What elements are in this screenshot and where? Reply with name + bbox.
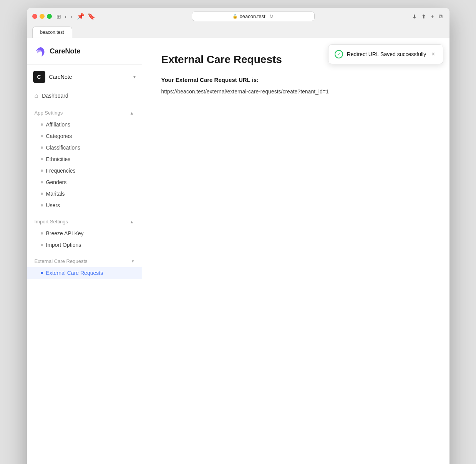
external-care-items: External Care Requests bbox=[27, 267, 142, 279]
sidebar-item-classifications[interactable]: Classifications bbox=[27, 142, 142, 153]
bullet-icon bbox=[41, 146, 43, 149]
breeze-api-label: Breeze API Key bbox=[46, 230, 84, 236]
maritals-label: Maritals bbox=[46, 191, 65, 197]
fullscreen-button[interactable] bbox=[47, 14, 52, 19]
share-button[interactable]: ⬆ bbox=[420, 13, 428, 20]
nav-buttons: ⊞ ‹ › bbox=[55, 13, 74, 20]
tab-label: beacon.test bbox=[40, 30, 64, 35]
org-chevron-icon: ▾ bbox=[133, 74, 136, 80]
close-button[interactable] bbox=[32, 14, 37, 19]
external-care-chevron-icon: ▾ bbox=[132, 259, 134, 264]
frequencies-label: Frequencies bbox=[46, 168, 76, 174]
browser-actions: ⬇ ⬆ + ⧉ bbox=[411, 12, 444, 20]
import-settings-items: Breeze API Key Import Options bbox=[27, 228, 142, 251]
sidebar-item-breeze-api[interactable]: Breeze API Key bbox=[27, 228, 142, 239]
bullet-icon bbox=[41, 232, 43, 234]
affiliations-label: Affiliations bbox=[46, 121, 71, 128]
download-button[interactable]: ⬇ bbox=[411, 13, 418, 20]
import-settings-chevron-icon: ▲ bbox=[130, 220, 134, 224]
toast-message: Redirect URL Saved successfully bbox=[347, 51, 426, 57]
main-content: ✓ Redirect URL Saved successfully × Exte… bbox=[142, 38, 449, 464]
external-care-requests-title: External Care Requests bbox=[35, 258, 88, 264]
import-settings-title: Import Settings bbox=[35, 219, 68, 225]
browser-chrome: ⊞ ‹ › 📌 🔖 🔒 beacon.test ↻ ⬇ ⬆ + ⧉ bbox=[27, 8, 449, 38]
sidebar-item-maritals[interactable]: Maritals bbox=[27, 188, 142, 200]
address-bar-container: 🔒 beacon.test ↻ bbox=[98, 12, 408, 21]
external-care-requests-header[interactable]: External Care Requests ▾ bbox=[27, 255, 142, 267]
bullet-icon bbox=[41, 123, 43, 126]
sidebar-item-affiliations[interactable]: Affiliations bbox=[27, 119, 142, 130]
org-avatar: C bbox=[33, 71, 45, 83]
url-label: Your External Care Request URL is: bbox=[161, 77, 430, 83]
tab-bar: beacon.test bbox=[32, 25, 444, 38]
toast-close-button[interactable]: × bbox=[430, 51, 436, 58]
dashboard-label: Dashboard bbox=[42, 93, 68, 99]
app-settings-section: App Settings ▲ Affiliations Categories C… bbox=[27, 107, 142, 211]
external-care-requests-label: External Care Requests bbox=[46, 270, 103, 276]
external-care-requests-section: External Care Requests ▾ External Care R… bbox=[27, 255, 142, 279]
org-header-left: C CareNote bbox=[33, 71, 72, 83]
bullet-icon bbox=[41, 193, 43, 195]
bookmark-icon: 🔖 bbox=[88, 13, 95, 20]
url-value: https://beacon.test/external/external-ca… bbox=[161, 88, 430, 95]
bullet-icon bbox=[41, 170, 43, 172]
app-settings-header[interactable]: App Settings ▲ bbox=[27, 107, 142, 119]
toast-check-icon: ✓ bbox=[335, 50, 343, 58]
pin-icon: 📌 bbox=[77, 13, 85, 20]
address-bar[interactable]: 🔒 beacon.test ↻ bbox=[192, 12, 315, 21]
bullet-icon bbox=[41, 181, 43, 183]
sidebar-item-categories[interactable]: Categories bbox=[27, 130, 142, 142]
bullet-icon bbox=[41, 204, 43, 206]
logo-text: CareNote bbox=[50, 47, 81, 55]
classifications-label: Classifications bbox=[46, 145, 80, 151]
url-display: beacon.test bbox=[239, 13, 265, 19]
browser-controls: ⊞ ‹ › 📌 🔖 🔒 beacon.test ↻ ⬇ ⬆ + ⧉ bbox=[32, 12, 444, 21]
sidebar-item-import-options[interactable]: Import Options bbox=[27, 239, 142, 251]
traffic-lights bbox=[32, 14, 52, 19]
users-label: Users bbox=[46, 202, 60, 208]
bullet-icon bbox=[41, 158, 43, 160]
logo-bird-icon bbox=[33, 44, 47, 58]
sidebar-item-dashboard[interactable]: ⌂ Dashboard bbox=[27, 89, 142, 102]
minimize-button[interactable] bbox=[40, 14, 45, 19]
app-layout: CareNote C CareNote ▾ ⌂ Dashboard App Se… bbox=[27, 38, 449, 464]
bullet-icon bbox=[41, 244, 43, 246]
genders-label: Genders bbox=[46, 179, 67, 185]
sidebar-item-ethnicities[interactable]: Ethnicities bbox=[27, 153, 142, 165]
app-settings-chevron-icon: ▲ bbox=[130, 111, 134, 115]
import-settings-header[interactable]: Import Settings ▲ bbox=[27, 216, 142, 228]
sidebar-item-users[interactable]: Users bbox=[27, 200, 142, 211]
toast-notification: ✓ Redirect URL Saved successfully × bbox=[328, 44, 443, 64]
sidebar: CareNote C CareNote ▾ ⌂ Dashboard App Se… bbox=[27, 38, 142, 464]
sidebar-item-genders[interactable]: Genders bbox=[27, 176, 142, 188]
sidebar-item-frequencies[interactable]: Frequencies bbox=[27, 165, 142, 176]
org-name: CareNote bbox=[49, 74, 72, 80]
ethnicities-label: Ethnicities bbox=[46, 156, 71, 162]
sidebar-toggle-button[interactable]: ⊞ bbox=[55, 13, 63, 20]
import-options-label: Import Options bbox=[46, 242, 81, 248]
back-button[interactable]: ‹ bbox=[63, 13, 68, 20]
home-icon: ⌂ bbox=[35, 92, 38, 99]
app-settings-title: App Settings bbox=[35, 110, 63, 116]
reload-icon: ↻ bbox=[269, 13, 274, 19]
app-settings-items: Affiliations Categories Classifications … bbox=[27, 119, 142, 211]
forward-button[interactable]: › bbox=[69, 13, 74, 20]
logo-area: CareNote bbox=[27, 44, 142, 65]
sidebar-item-external-care-requests[interactable]: External Care Requests bbox=[27, 267, 142, 279]
active-tab[interactable]: beacon.test bbox=[32, 27, 72, 38]
lock-icon: 🔒 bbox=[232, 14, 238, 19]
org-selector[interactable]: C CareNote ▾ bbox=[27, 68, 142, 89]
bullet-icon bbox=[41, 272, 43, 274]
import-settings-section: Import Settings ▲ Breeze API Key Import … bbox=[27, 216, 142, 251]
browser-window: ⊞ ‹ › 📌 🔖 🔒 beacon.test ↻ ⬇ ⬆ + ⧉ bbox=[27, 8, 449, 464]
categories-label: Categories bbox=[46, 133, 72, 139]
tabs-button[interactable]: ⧉ bbox=[437, 12, 444, 20]
bullet-icon bbox=[41, 135, 43, 137]
new-tab-button[interactable]: + bbox=[429, 13, 435, 20]
